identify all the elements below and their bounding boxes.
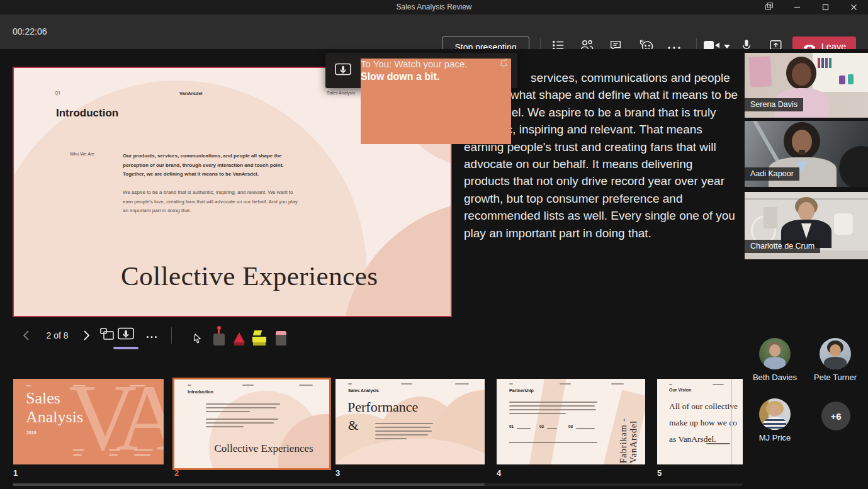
close-button[interactable] (840, 0, 868, 14)
presenter-navbar: 2 of 8 (0, 324, 453, 349)
meeting-stage: Q1 VanArsdel Sales Analysis Introduction… (0, 49, 868, 489)
slide-thumbnail-4[interactable]: Partnership 01 02 03 Fabrikam - VanArsde… (497, 379, 645, 464)
popout-icon (765, 2, 774, 13)
avatar-mj-price[interactable] (759, 398, 791, 430)
thumbnail-number: 1 (13, 468, 18, 478)
participants-rail: Serena Davis Aadi Kapoor (745, 49, 868, 489)
video-tile-serena[interactable]: Serena Davis (745, 53, 868, 118)
meeting-toolbar: 00:22:06 Stop presenting (0, 14, 868, 49)
thumbnail-title: Sales Analysis (26, 389, 108, 427)
thumbnail-ampersand: & (348, 418, 358, 434)
slides-grid-icon (99, 327, 116, 344)
thumbnail-vertical-text: Fabrikam - VanArsdel (619, 384, 639, 463)
cursor-tool[interactable] (189, 325, 206, 346)
laser-pointer-icon (213, 334, 225, 346)
thumbnail-line-2: make up how we co (669, 418, 737, 428)
thumbnail-rule (509, 442, 597, 443)
slide-thumbnail-3[interactable]: Sales Analysis Performance & (335, 379, 485, 464)
video-tile-charlotte[interactable]: Charlotte de Crum (745, 192, 868, 259)
avatar-name: Beth Davies (740, 373, 809, 382)
avatar-photo (759, 398, 791, 430)
laser-pointer-tool[interactable] (210, 325, 228, 346)
teams-meeting-window: Sales Analysis Review (0, 0, 868, 489)
presenter-coach-button[interactable] (116, 325, 135, 346)
presenter-coach-toast[interactable]: To You: Watch your pace. Slow down a bit… (325, 53, 517, 88)
slide-thumbnail-5[interactable]: Our Vision All of our collective make up… (657, 379, 743, 464)
thumbnail-number: 3 (335, 468, 340, 478)
navbar-divider (171, 327, 172, 344)
thumbnail-title: Performance (347, 399, 418, 415)
thumbnail-edge-line (731, 379, 732, 464)
slide-header-center: VanArsdel (179, 91, 203, 96)
eraser-icon (276, 331, 286, 346)
avatar-name: Pete Turner (801, 373, 868, 382)
avatar-photo (820, 338, 851, 369)
slide-grid-button[interactable] (98, 325, 117, 346)
coach-screen-mic-icon (117, 327, 135, 344)
yellow-highlighter-icon (252, 330, 266, 346)
title-bar: Sales Analysis Review (0, 0, 868, 14)
coach-active-underline (113, 347, 138, 349)
slide-label-who-we-are: Who We Are (70, 152, 94, 156)
slide-paragraph-2: We aspire to be a brand that is authenti… (123, 188, 299, 216)
toast-line-2: Slow down a bit. (361, 71, 516, 160)
thumbnail-header: Partnership (509, 388, 534, 393)
meeting-timer: 00:22:06 (13, 14, 47, 49)
participant-name-label: Serena Davis (745, 98, 803, 111)
slide-thumbnail-2-selected[interactable]: Introduction Collective Experiences (172, 378, 331, 470)
ellipsis-icon (146, 330, 157, 341)
slide-section-title: Introduction (56, 107, 118, 120)
presenter-coach-icon (334, 62, 352, 80)
thumbnail-header: Sales Analysis (348, 388, 379, 393)
window-title: Sales Analysis Review (0, 0, 868, 14)
avatar-pete-turner[interactable] (820, 338, 851, 369)
slide-paragraph-1: Our products, services, communications, … (123, 152, 299, 179)
minimize-icon (794, 2, 801, 13)
minimize-button[interactable] (783, 0, 811, 14)
thumbnail-header: Our Vision (669, 388, 691, 392)
thumbnail-number: 2 (174, 468, 179, 478)
slide-header-right: Sales Analysis (327, 91, 355, 95)
pen-tool[interactable] (230, 325, 248, 346)
thumbnail-item-2: 02 (539, 424, 544, 429)
nav-more-button[interactable] (142, 325, 161, 346)
camera-dropdown-caret[interactable] (724, 45, 730, 48)
previous-slide-button[interactable] (16, 325, 35, 346)
thumbnail-item-3: 03 (568, 424, 573, 429)
popout-button[interactable] (755, 0, 783, 14)
video-tile-aadi[interactable]: Aadi Kapoor (745, 121, 868, 187)
slide-header-left: Q1 (55, 91, 60, 95)
highlighter-tool[interactable] (251, 325, 268, 346)
eraser-tool[interactable] (272, 325, 290, 346)
snooze-notifications-button[interactable] (498, 58, 509, 71)
slide-main-title: Collective Experiences (121, 261, 378, 291)
thumbnail-number: 5 (657, 468, 662, 478)
maximize-button[interactable] (811, 0, 840, 14)
slide-position-indicator: 2 of 8 (37, 325, 78, 346)
close-icon (850, 2, 857, 13)
thumbnail-line-1: All of our collective (669, 402, 738, 412)
thumbnail-number: 4 (497, 468, 501, 478)
avatar-photo (759, 338, 791, 369)
slide-thumbnail-1[interactable]: VA Sales Analysis 2019 (13, 379, 164, 464)
avatar-beth-davies[interactable] (759, 338, 791, 369)
participant-name-label: Charlotte de Crum (745, 240, 820, 253)
window-controls (755, 0, 868, 14)
thumbnail-section: Introduction (188, 390, 213, 394)
red-pen-icon (233, 330, 245, 346)
participant-name-label: Aadi Kapoor (745, 167, 799, 181)
thumbnail-year: 2019 (26, 430, 37, 435)
avatar-name: MJ Price (740, 433, 809, 442)
next-slide-button[interactable] (77, 325, 96, 346)
thumbnail-title: Collective Experiences (201, 442, 327, 455)
filmstrip-scrollbar[interactable] (13, 483, 743, 486)
maximize-icon (822, 2, 829, 13)
overflow-participants-badge[interactable]: +6 (821, 402, 850, 430)
thumbnail-item-1: 01 (509, 424, 514, 429)
